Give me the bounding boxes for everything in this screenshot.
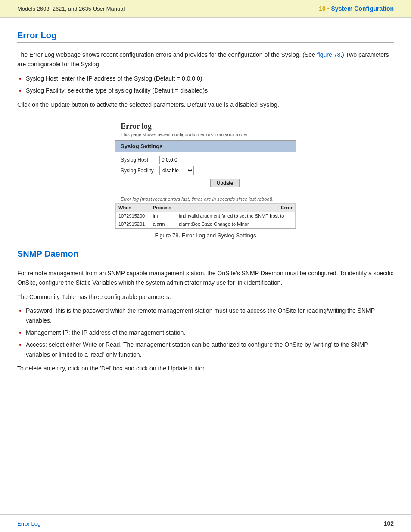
cell-process: im	[150, 212, 176, 220]
delete-text: To delete an entry, click on the 'Del' b…	[17, 364, 394, 373]
error-log-bullets: Syslog Host: enter the IP address of the…	[17, 74, 394, 96]
snmp-intro: For remote management from an SNMP capab…	[17, 268, 394, 288]
header-right-text: 10 • System Configuration	[319, 5, 394, 12]
update-button[interactable]: Update	[210, 179, 240, 187]
table-row: 1072915201 alarm alarm:Box State Change …	[116, 220, 296, 228]
header-left-text: Models 2603, 2621, and 2635 User Manual	[17, 6, 125, 12]
footer-left: Error Log	[17, 520, 40, 527]
col-process: Process	[150, 203, 176, 212]
error-log-table: When Process Error 1072915200 im im:Inva…	[115, 203, 296, 228]
error-log-heading: Error Log	[17, 31, 394, 43]
col-error: Error	[176, 203, 295, 212]
error-log-widget: Error log This page shows recent configu…	[115, 118, 296, 229]
footer-page-number: 102	[384, 520, 394, 527]
error-log-intro: The Error Log webpage shows recent confi…	[17, 50, 394, 69]
cell-process: alarm	[150, 220, 176, 228]
main-content: Error Log The Error Log webpage shows re…	[0, 18, 411, 409]
click-text: Click on the Update button to activate t…	[17, 100, 394, 109]
table-row: 1072915200 im im:Invalid argument:failed…	[116, 212, 296, 220]
community-text: The Community Table has three configurab…	[17, 292, 394, 302]
syslog-host-row: Syslog Host	[121, 156, 290, 164]
syslog-facility-row: Syslog Facility disable local0 local1	[121, 166, 290, 175]
cell-error: alarm:Box State Change to Minor	[176, 220, 295, 228]
figure-container: Error log This page shows recent configu…	[17, 118, 394, 239]
chapter-num: 10 •	[319, 5, 331, 12]
log-note: Error log (most recent errors last, time…	[115, 193, 296, 203]
cell-when: 1072915200	[116, 212, 150, 220]
bullet-access: Access: select either Write or Read. The…	[17, 340, 394, 359]
syslog-host-label: Syslog Host	[121, 157, 159, 163]
error-log-section: Error Log The Error Log webpage shows re…	[17, 31, 394, 239]
bullet-syslog-host: Syslog Host: enter the IP address of the…	[17, 74, 394, 83]
bullet-syslog-facility: Syslog Facility: select the type of sysl…	[17, 86, 394, 95]
cell-when: 1072915201	[116, 220, 150, 228]
syslog-header: Syslog Settings	[115, 140, 296, 152]
snmp-daemon-heading: SNMP Daemon	[17, 249, 394, 261]
footer: Error Log 102	[0, 514, 411, 532]
snmp-daemon-section: SNMP Daemon For remote management from a…	[17, 249, 394, 373]
widget-subtitle: This page shows recent configuration err…	[115, 132, 296, 140]
intro-text-1: The Error Log webpage shows recent confi…	[17, 51, 317, 58]
cell-error: im:Invalid argument:failed to set the SN…	[176, 212, 295, 220]
header-bar: Models 2603, 2621, and 2635 User Manual …	[0, 0, 411, 18]
syslog-facility-select[interactable]: disable local0 local1	[159, 166, 194, 175]
syslog-host-input[interactable]	[159, 156, 202, 164]
bullet-password: Password: this is the password which the…	[17, 306, 394, 325]
update-row: Update	[121, 177, 290, 189]
chapter-title: System Configuration	[331, 5, 394, 12]
snmp-bullets: Password: this is the password which the…	[17, 306, 394, 359]
syslog-facility-label: Syslog Facility	[121, 168, 159, 174]
bullet-mgmt-ip: Management IP: the IP address of the man…	[17, 328, 394, 337]
syslog-body: Syslog Host Syslog Facility disable loca…	[115, 152, 296, 193]
col-when: When	[116, 203, 150, 212]
figure-caption: Figure 78. Error Log and Syslog Settings	[155, 232, 256, 239]
widget-title: Error log	[115, 118, 296, 132]
figure-link[interactable]: figure 78	[317, 51, 340, 58]
